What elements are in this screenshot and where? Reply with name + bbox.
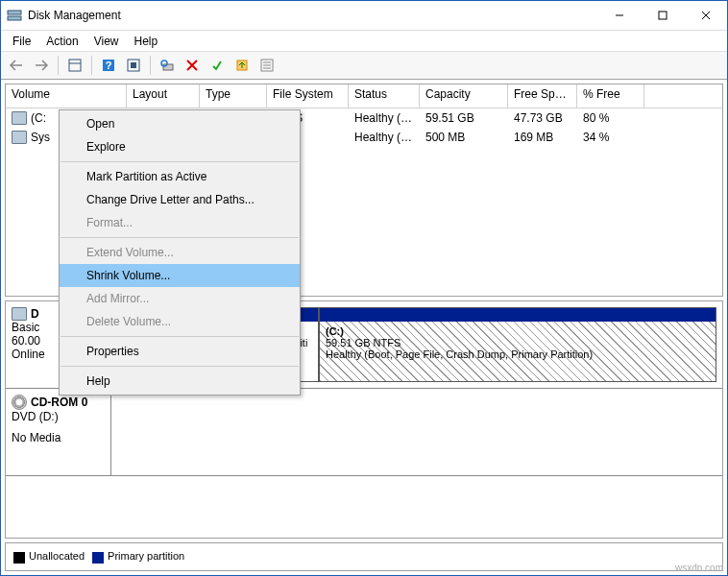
menu-separator: [61, 336, 299, 337]
menu-item-shrink-volume[interactable]: Shrink Volume...: [60, 264, 300, 287]
partition-desc: Healthy (Boot, Page File, Crash Dump, Pr…: [326, 348, 710, 360]
watermark: wsxdn.com: [675, 563, 723, 573]
svg-rect-6: [69, 60, 81, 71]
partition-title: (C:): [326, 325, 344, 337]
settings-button[interactable]: [122, 54, 145, 77]
col-volume[interactable]: Volume: [6, 84, 127, 108]
show-hide-button[interactable]: [63, 54, 86, 77]
minimize-button[interactable]: [597, 2, 641, 30]
col-freespace[interactable]: Free Spa...: [508, 84, 577, 108]
menu-item-properties[interactable]: Properties: [60, 340, 300, 363]
col-status[interactable]: Status: [349, 84, 420, 108]
vol-name: Sys: [31, 131, 50, 144]
cdrom-partitions: [111, 389, 722, 475]
cdrom-type: DVD (D:): [12, 410, 105, 423]
window-buttons: [597, 2, 727, 30]
menu-item-extend-volume: Extend Volume...: [60, 241, 300, 264]
svg-rect-1: [8, 16, 21, 20]
legend-item: Unallocated: [13, 550, 85, 563]
titlebar: Disk Management: [1, 1, 727, 31]
menu-item-delete-volume: Delete Volume...: [60, 310, 300, 333]
check-button[interactable]: [206, 54, 229, 77]
svg-rect-0: [8, 11, 21, 14]
menu-help[interactable]: Help: [127, 33, 166, 50]
menu-file[interactable]: File: [5, 33, 38, 50]
svg-rect-3: [659, 12, 667, 19]
window-title: Disk Management: [28, 9, 597, 22]
menu-item-help[interactable]: Help: [60, 370, 300, 393]
svg-rect-11: [131, 62, 136, 68]
menu-item-format: Format...: [60, 211, 300, 234]
swatch-unallocated: [13, 552, 25, 564]
window: Disk Management File Action View Help ? …: [0, 0, 728, 576]
delete-button[interactable]: [181, 54, 204, 77]
separator: [91, 56, 92, 75]
cdrom-status: No Media: [12, 431, 105, 444]
svg-rect-12: [163, 64, 173, 70]
menu-item-mark-partition-as-active[interactable]: Mark Partition as Active: [60, 165, 300, 188]
list-button[interactable]: [255, 54, 279, 77]
separator: [58, 56, 59, 75]
help-button[interactable]: ?: [97, 54, 120, 77]
disk-icon: [12, 307, 27, 321]
partition-size: 59.51 GB NTFS: [326, 337, 710, 348]
svg-text:?: ?: [106, 60, 112, 71]
toolbar: ?: [1, 51, 727, 80]
disk-name: D: [31, 307, 39, 321]
partition[interactable]: (C:)59.51 GB NTFSHealthy (Boot, Page Fil…: [319, 307, 716, 382]
menu-separator: [61, 237, 299, 238]
menu-item-explore[interactable]: Explore: [60, 135, 300, 158]
menubar: File Action View Help: [1, 31, 727, 51]
cdrom-row[interactable]: CD-ROM 0 DVD (D:) No Media: [6, 389, 722, 476]
close-button[interactable]: [684, 2, 727, 30]
cdrom-name: CD-ROM 0: [31, 396, 87, 409]
menu-separator: [61, 366, 299, 367]
col-capacity[interactable]: Capacity: [420, 84, 508, 108]
vol-name: (C:: [31, 111, 46, 125]
partition-body: (C:)59.51 GB NTFSHealthy (Boot, Page Fil…: [320, 322, 716, 364]
menu-item-change-drive-letter-and-paths[interactable]: Change Drive Letter and Paths...: [60, 188, 300, 211]
back-button[interactable]: [5, 54, 28, 77]
action-button[interactable]: [231, 54, 254, 77]
menu-action[interactable]: Action: [38, 33, 85, 50]
separator: [150, 56, 151, 75]
cdrom-icon: [12, 395, 27, 410]
col-type[interactable]: Type: [200, 84, 267, 108]
col-pctfree[interactable]: % Free: [577, 84, 644, 108]
legend-item: Primary partition: [92, 550, 184, 563]
refresh-button[interactable]: [156, 54, 179, 77]
menu-separator: [61, 161, 299, 162]
menu-item-add-mirror: Add Mirror...: [60, 287, 300, 310]
drive-icon: [12, 131, 27, 144]
app-icon: [7, 8, 22, 23]
col-filesystem[interactable]: File System: [267, 84, 349, 108]
drive-icon: [12, 111, 27, 125]
swatch-primary: [92, 552, 104, 564]
cdrom-info: CD-ROM 0 DVD (D:) No Media: [6, 389, 111, 475]
legend: Unallocated Primary partition: [5, 542, 723, 571]
context-menu: OpenExploreMark Partition as ActiveChang…: [59, 109, 301, 396]
maximize-button[interactable]: [641, 2, 684, 30]
menu-item-open[interactable]: Open: [60, 112, 300, 135]
list-header: Volume Layout Type File System Status Ca…: [6, 84, 722, 108]
forward-button[interactable]: [30, 54, 53, 77]
partition-header: [320, 308, 716, 322]
col-layout[interactable]: Layout: [127, 84, 200, 108]
menu-view[interactable]: View: [86, 33, 127, 50]
